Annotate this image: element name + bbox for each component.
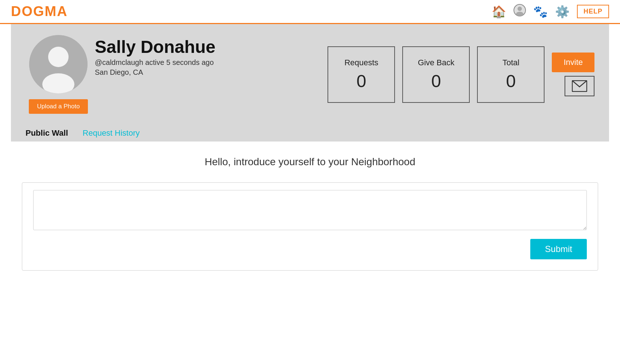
profile-section: Upload a Photo Sally Donahue @caldmclaug…: [11, 24, 609, 142]
stats-area: Requests 0 Give Back 0 Total 0: [328, 46, 545, 103]
paw-icon[interactable]: 🐾: [533, 5, 548, 19]
avatar: [29, 35, 88, 93]
svg-point-1: [518, 7, 522, 11]
requests-label: Requests: [344, 58, 378, 67]
app-header: DOGMA 🏠 🐾 ⚙️ HELP: [0, 0, 620, 24]
total-stat-box: Total 0: [477, 46, 545, 103]
header-icons: 🏠 🐾 ⚙️ HELP: [492, 4, 609, 19]
intro-text: Hello, introduce yourself to your Neighb…: [22, 156, 598, 168]
tabs-bar: Public Wall Request History: [26, 125, 594, 142]
settings-icon[interactable]: ⚙️: [555, 5, 570, 19]
post-textarea[interactable]: [33, 190, 587, 230]
user-icon[interactable]: [514, 4, 526, 19]
action-buttons: Invite: [552, 53, 594, 96]
home-icon[interactable]: 🏠: [492, 5, 506, 19]
post-box: Submit: [22, 182, 598, 271]
svg-point-2: [516, 12, 523, 16]
invite-button[interactable]: Invite: [552, 53, 594, 72]
username-handle: @caldmclaugh: [95, 58, 143, 66]
main-content: Hello, introduce yourself to your Neighb…: [0, 142, 620, 285]
requests-stat-box: Requests 0: [328, 46, 395, 103]
give-back-stat-box: Give Back 0: [402, 46, 470, 103]
profile-info: Sally Donahue @caldmclaugh active 5 seco…: [91, 35, 328, 77]
upload-photo-button[interactable]: Upload a Photo: [29, 99, 88, 114]
tab-public-wall[interactable]: Public Wall: [26, 125, 75, 142]
submit-button[interactable]: Submit: [530, 239, 587, 259]
svg-point-4: [48, 47, 69, 67]
total-value: 0: [506, 71, 516, 91]
app-logo: DOGMA: [11, 4, 68, 19]
tab-request-history[interactable]: Request History: [75, 125, 147, 142]
post-actions: Submit: [33, 239, 587, 259]
profile-name: Sally Donahue: [95, 37, 328, 57]
avatar-area: Upload a Photo: [26, 35, 91, 114]
give-back-value: 0: [431, 71, 441, 91]
total-label: Total: [503, 58, 519, 67]
profile-username: @caldmclaugh active 5 seconds ago: [95, 58, 328, 67]
give-back-label: Give Back: [418, 58, 454, 67]
requests-value: 0: [357, 71, 367, 91]
active-status: active 5 seconds ago: [145, 58, 214, 66]
profile-location: San Diego, CA: [95, 68, 328, 77]
message-button[interactable]: [565, 76, 594, 96]
help-button[interactable]: HELP: [577, 5, 609, 18]
